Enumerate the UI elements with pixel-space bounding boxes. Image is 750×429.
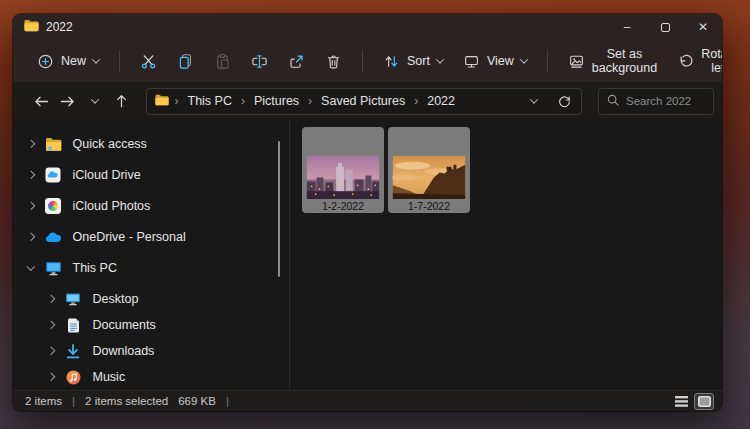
toolbar-divider xyxy=(547,50,548,72)
chevron-right-icon[interactable] xyxy=(27,171,35,179)
breadcrumb-separator: › xyxy=(308,94,312,108)
chevron-down-icon xyxy=(520,55,528,63)
maximize-button[interactable] xyxy=(646,14,684,40)
copy-button[interactable] xyxy=(168,47,203,76)
chevron-right-icon[interactable] xyxy=(47,347,55,355)
quick-access-icon xyxy=(45,136,62,153)
breadcrumb-separator: › xyxy=(414,94,418,108)
sidebar-item-music[interactable]: Music xyxy=(13,364,289,390)
desktop-icon xyxy=(65,291,82,308)
rotate-left-icon xyxy=(677,53,694,70)
forward-button[interactable] xyxy=(57,88,80,114)
sidebar-item-label: This PC xyxy=(73,261,117,275)
sidebar-item-documents[interactable]: Documents xyxy=(13,312,289,338)
items-count: 2 items xyxy=(25,395,62,407)
minimize-icon: – xyxy=(624,20,631,34)
breadcrumb-separator: › xyxy=(241,94,245,108)
chevron-right-icon[interactable] xyxy=(27,202,35,210)
chevron-down-icon xyxy=(92,55,100,63)
sort-button-label: Sort xyxy=(407,54,430,68)
paste-icon xyxy=(214,53,231,70)
chevron-right-icon[interactable] xyxy=(27,233,35,241)
rotate-left-button[interactable]: Rotate left xyxy=(668,41,722,81)
up-button[interactable] xyxy=(110,88,133,114)
maximize-icon xyxy=(661,23,670,32)
file-name: 1-7-2022 xyxy=(408,200,450,213)
details-view-button[interactable] xyxy=(671,393,691,410)
file-item-selected[interactable]: 1-7-2022 xyxy=(388,127,470,213)
sidebar-item-desktop[interactable]: Desktop xyxy=(13,286,289,312)
address-bar[interactable]: › This PC › Pictures › Saved Pictures › … xyxy=(146,88,583,115)
chevron-right-icon[interactable] xyxy=(27,140,35,148)
titlebar: 2022 – ✕ xyxy=(13,14,722,40)
sidebar-item-icloud-drive[interactable]: iCloud Drive xyxy=(13,162,289,188)
file-list-area[interactable]: 1-2-2022 1-7-2022 xyxy=(290,120,722,390)
folder-icon xyxy=(155,94,169,109)
window-title: 2022 xyxy=(46,20,73,34)
explorer-window: 2022 – ✕ New xyxy=(13,14,722,411)
rotate-left-label: Rotate left xyxy=(701,47,722,75)
search-input[interactable] xyxy=(626,95,706,107)
search-box[interactable] xyxy=(598,88,714,115)
breadcrumb-2022[interactable]: 2022 xyxy=(424,92,458,110)
sidebar-item-label: iCloud Drive xyxy=(73,168,141,182)
sidebar-item-label: Downloads xyxy=(93,344,155,358)
breadcrumb-pictures[interactable]: Pictures xyxy=(251,92,302,110)
selection-size: 669 KB xyxy=(178,395,216,407)
address-row: › This PC › Pictures › Saved Pictures › … xyxy=(13,82,722,120)
set-as-background-label: Set as background xyxy=(592,47,657,75)
sidebar-item-quick-access[interactable]: Quick access xyxy=(13,131,289,157)
close-button[interactable]: ✕ xyxy=(684,14,722,40)
view-button[interactable]: View xyxy=(454,47,536,76)
chevron-down-icon xyxy=(530,95,538,103)
copy-icon xyxy=(177,53,194,70)
chevron-down-icon xyxy=(90,95,98,103)
onedrive-icon xyxy=(45,229,62,246)
trash-icon xyxy=(325,53,342,70)
folder-icon xyxy=(24,19,39,35)
selection-count: 2 items selected xyxy=(85,395,168,407)
explorer-body: Quick access iCloud Drive iCloud Photos xyxy=(13,120,722,390)
recent-locations-button[interactable] xyxy=(83,88,106,114)
sort-button[interactable]: Sort xyxy=(374,47,452,76)
sidebar-item-icloud-photos[interactable]: iCloud Photos xyxy=(13,193,289,219)
thumbnail-image xyxy=(392,156,466,199)
sidebar-item-label: OneDrive - Personal xyxy=(73,230,186,244)
view-button-label: View xyxy=(487,54,514,68)
sort-icon xyxy=(383,53,400,70)
music-icon xyxy=(65,369,82,386)
sidebar-scrollbar[interactable] xyxy=(278,141,281,277)
chevron-right-icon[interactable] xyxy=(47,321,55,329)
breadcrumb-this-pc[interactable]: This PC xyxy=(185,92,235,110)
file-item-selected[interactable]: 1-2-2022 xyxy=(302,127,384,213)
delete-button[interactable] xyxy=(316,47,351,76)
toolbar-divider xyxy=(362,50,363,72)
close-icon: ✕ xyxy=(698,20,708,34)
address-dropdown-button[interactable] xyxy=(525,88,543,114)
share-icon xyxy=(288,53,305,70)
sidebar-item-onedrive[interactable]: OneDrive - Personal xyxy=(13,224,289,250)
sidebar-item-downloads[interactable]: Downloads xyxy=(13,338,289,364)
chevron-right-icon[interactable] xyxy=(47,295,55,303)
paste-button[interactable] xyxy=(205,47,240,76)
file-name: 1-2-2022 xyxy=(322,200,364,213)
breadcrumb-saved-pictures[interactable]: Saved Pictures xyxy=(318,92,408,110)
this-pc-icon xyxy=(45,260,62,277)
icloud-photos-icon xyxy=(45,198,62,215)
back-button[interactable] xyxy=(30,88,53,114)
view-icon xyxy=(463,53,480,70)
rename-button[interactable] xyxy=(242,47,277,76)
share-button[interactable] xyxy=(279,47,314,76)
cut-icon xyxy=(140,53,157,70)
chevron-down-icon[interactable] xyxy=(27,263,35,271)
minimize-button[interactable]: – xyxy=(608,14,646,40)
set-as-background-button[interactable]: Set as background xyxy=(559,41,666,81)
refresh-button[interactable] xyxy=(555,88,573,114)
large-icons-view-button[interactable] xyxy=(694,393,714,410)
cut-button[interactable] xyxy=(131,47,166,76)
statusbar-divider: | xyxy=(226,395,229,407)
sidebar-item-this-pc[interactable]: This PC xyxy=(13,255,289,281)
picture-icon xyxy=(568,53,585,70)
chevron-right-icon[interactable] xyxy=(47,373,55,381)
new-button[interactable]: New xyxy=(28,47,108,76)
